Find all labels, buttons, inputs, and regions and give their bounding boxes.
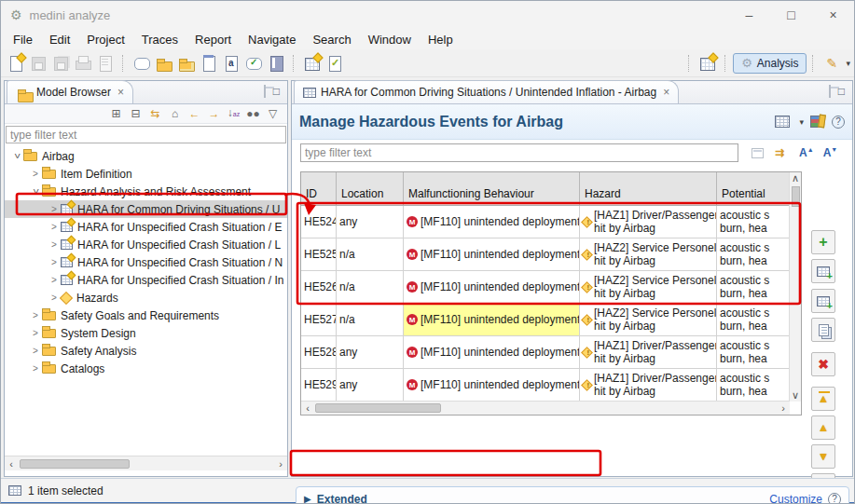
tree-expander-icon[interactable]: > <box>29 346 42 356</box>
add-row-below-button[interactable] <box>811 289 835 313</box>
table-vertical-scrollbar[interactable]: ∧ ∨ <box>789 172 801 402</box>
table-row[interactable]: HE526n/a[MF110] unintended deployment[HA… <box>301 271 801 304</box>
add-row-above-button[interactable] <box>811 259 835 283</box>
table-row[interactable]: HE524any[MF110] unintended deployment[HA… <box>301 206 801 238</box>
column-header-id[interactable]: ID <box>301 172 337 205</box>
notes-button[interactable] <box>198 52 220 75</box>
tree-item[interactable]: >Catalogs <box>5 360 287 377</box>
scroll-left-icon[interactable]: ‹ <box>5 458 18 470</box>
table-row[interactable]: HE529any[MF110] unintended deployment[HA… <box>301 369 801 402</box>
tree-expander-icon[interactable]: > <box>29 363 42 374</box>
tree-item[interactable]: >Hazards <box>5 289 287 306</box>
editor-tab[interactable]: HARA for Common Driving Situations / Uni… <box>294 80 679 103</box>
table-layout-icon[interactable] <box>775 116 790 128</box>
customize-link[interactable]: Customize <box>769 493 822 504</box>
scroll-down-icon[interactable]: ∨ <box>789 389 802 402</box>
table-row[interactable]: HE527n/a[MF110] unintended deployment[HA… <box>301 304 801 336</box>
collapse-filter-icon[interactable] <box>752 148 764 158</box>
view-menu-icon[interactable]: ▽ <box>264 105 282 123</box>
delete-button[interactable]: ✖ <box>811 352 835 376</box>
report-books-icon[interactable] <box>810 116 825 128</box>
checklist-button[interactable] <box>324 52 346 75</box>
extended-expander-icon[interactable]: ▶ <box>304 494 311 504</box>
table-horizontal-scrollbar[interactable]: ‹ › <box>301 401 790 415</box>
table-filter-input[interactable] <box>300 143 738 162</box>
copy-button[interactable] <box>811 318 835 342</box>
editor-minimize-button[interactable] <box>829 86 831 97</box>
scrollbar-thumb[interactable] <box>792 186 800 207</box>
view-minimize-button[interactable] <box>264 86 266 97</box>
back-icon[interactable]: ← <box>186 105 203 123</box>
menu-navigate[interactable]: Navigate <box>240 31 304 48</box>
recent-project-button[interactable] <box>175 52 198 75</box>
tree-expander-icon[interactable]: > <box>29 328 42 338</box>
tree-expander-icon[interactable]: > <box>48 239 61 250</box>
font-increase-button[interactable]: A▲ <box>799 146 814 159</box>
move-down-button[interactable]: ▼ <box>811 444 835 469</box>
tree-expander-icon[interactable]: > <box>12 150 22 163</box>
font-decrease-button[interactable]: A▼ <box>823 146 838 159</box>
tree-item[interactable]: >Airbag <box>5 147 287 165</box>
menu-help[interactable]: Help <box>420 31 462 48</box>
tree-item[interactable]: >HARA for Unspecified Crash Situation / … <box>5 218 287 236</box>
tree-item[interactable]: >Safety Goals and Requirements <box>5 306 287 324</box>
annotation-button[interactable] <box>220 52 242 75</box>
tree-horizontal-scrollbar[interactable]: ‹ › <box>5 456 287 470</box>
column-header-malfunctioning-behaviour[interactable]: Malfunctioning Behaviour <box>404 172 580 205</box>
model-browser-tab[interactable]: Model Browser × <box>7 80 133 103</box>
menu-dots-icon[interactable]: ●● <box>244 105 262 123</box>
model-browser-tab-close-icon[interactable]: × <box>117 86 124 99</box>
table-row[interactable]: HE525n/a[MF110] unintended deployment[HA… <box>301 238 801 271</box>
menu-window[interactable]: Window <box>360 31 420 48</box>
minimize-button[interactable]: – <box>728 1 770 29</box>
tree-item[interactable]: >Item Definition <box>5 165 287 183</box>
scroll-right-icon[interactable]: › <box>274 458 287 470</box>
new-button[interactable] <box>5 52 27 75</box>
tree-expander-icon[interactable]: > <box>48 222 61 232</box>
maximize-button[interactable]: □ <box>770 1 812 29</box>
column-header-hazard[interactable]: Hazard <box>580 172 717 205</box>
menu-report[interactable]: Report <box>186 31 240 48</box>
comment-button[interactable] <box>131 52 153 75</box>
sort-icon[interactable]: ↓az <box>225 104 242 123</box>
editor-tab-close-icon[interactable]: × <box>663 86 669 99</box>
scrollbar-thumb[interactable] <box>20 459 130 469</box>
table-row[interactable]: HE528any[MF110] unintended deployment[HA… <box>301 336 801 369</box>
scroll-left-icon[interactable]: ‹ <box>301 402 314 414</box>
analysis-perspective-button[interactable]: ⚙ Analysis <box>733 53 807 74</box>
pin-dropdown-caret-icon[interactable]: ▾ <box>846 59 850 68</box>
home-icon[interactable]: ⌂ <box>166 105 184 123</box>
customize-help-icon[interactable] <box>828 493 841 504</box>
menu-search[interactable]: Search <box>304 31 359 48</box>
tree-expander-icon[interactable]: > <box>48 257 61 267</box>
menu-traces[interactable]: Traces <box>133 31 186 48</box>
tree-expander-icon[interactable]: > <box>29 310 42 320</box>
review-button[interactable] <box>242 52 265 75</box>
tree-expander-icon[interactable]: > <box>48 275 61 285</box>
scroll-right-icon[interactable]: › <box>777 402 790 414</box>
tree-expander-icon[interactable]: > <box>29 169 42 179</box>
forward-icon[interactable]: → <box>205 105 223 123</box>
tree-item[interactable]: >HARA for Unspecified Crash Situation / … <box>5 271 287 289</box>
open-perspective-button[interactable] <box>696 52 719 75</box>
scrollbar-thumb[interactable] <box>315 403 441 413</box>
extended-label[interactable]: Extended <box>317 493 367 504</box>
move-up-button[interactable]: ▲ <box>811 415 835 440</box>
layout-dropdown-caret-icon[interactable]: ▾ <box>799 117 804 127</box>
tree-item[interactable]: >Hazard Analysis and Risk Assessment <box>5 183 287 200</box>
tree-item[interactable]: >HARA for Unspecified Crash Situation / … <box>5 236 287 253</box>
editor-maximize-button[interactable]: □ <box>838 85 845 98</box>
new-table-button[interactable] <box>301 52 324 75</box>
help-icon[interactable] <box>832 116 845 129</box>
tree-item[interactable]: >HARA for Common Driving Situations / U <box>5 200 287 218</box>
tree-expander-icon[interactable]: > <box>48 204 61 214</box>
tree-item[interactable]: >Safety Analysis <box>5 342 287 360</box>
link-with-editor-icon[interactable]: ⇆ <box>146 105 164 123</box>
tree-item[interactable]: >System Design <box>5 324 287 342</box>
model-browser-filter-input[interactable] <box>6 126 286 143</box>
tree-expander-icon[interactable]: > <box>31 185 41 198</box>
documentation-button[interactable] <box>265 52 287 75</box>
tree-item[interactable]: >HARA for Unspecified Crash Situation / … <box>5 253 287 271</box>
column-header-location[interactable]: Location <box>337 172 404 205</box>
menu-file[interactable]: File <box>5 31 41 48</box>
